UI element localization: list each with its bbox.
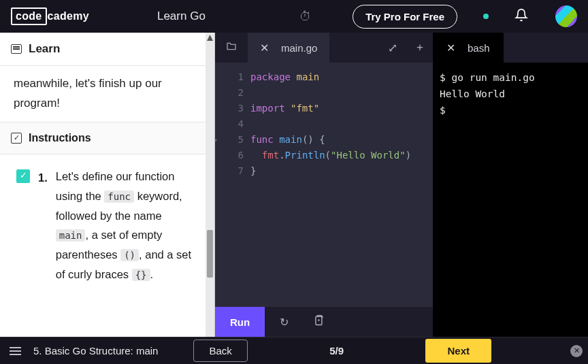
code-parens: () xyxy=(120,249,139,261)
logo-box: code xyxy=(11,7,47,25)
back-button[interactable]: Back xyxy=(193,340,247,362)
step-done-icon: ✓ xyxy=(16,169,30,183)
course-title: Learn Go xyxy=(157,10,206,23)
line-gutter: 1 2 3 4 5 6 7 xyxy=(215,69,250,307)
tab-filename: main.go xyxy=(281,42,317,54)
next-button[interactable]: Next xyxy=(425,339,491,363)
close-icon[interactable]: ✕ xyxy=(260,42,269,54)
run-button[interactable]: Run xyxy=(215,307,265,337)
check-icon: ✓ xyxy=(11,133,22,144)
add-tab-icon[interactable]: + xyxy=(407,41,433,54)
top-navbar: codecademy Learn Go ⏱ Try Pro For Free xyxy=(0,0,588,33)
terminal-panel: ✕ bash $ go run main.go Hello World $ xyxy=(433,33,588,337)
terminal-tab[interactable]: ✕ bash xyxy=(433,33,504,63)
main-area: Learn meanwhile, let's finish up our pro… xyxy=(0,33,588,337)
logo-text: cademy xyxy=(48,10,89,22)
code-braces: {} xyxy=(132,269,150,281)
run-bar: Run ↻ xyxy=(215,307,433,337)
scrollbar-thumb[interactable] xyxy=(207,230,213,278)
lesson-panel: Learn meanwhile, let's finish up our pro… xyxy=(0,33,215,337)
editor-area: ✕ main.go ⤢ + 1 2 3 4 5 6 7 package main… xyxy=(215,33,433,337)
instructions-header[interactable]: ✓ Instructions xyxy=(0,122,214,154)
lesson-text: meanwhile, let's finish up our program! xyxy=(0,66,214,122)
instruction-step: ✓ 1. Let's define our function using the… xyxy=(0,154,214,297)
code-main: main xyxy=(56,229,86,242)
instructions-label: Instructions xyxy=(29,132,91,144)
terminal-tabs: ✕ bash xyxy=(433,33,588,63)
code-editor[interactable]: 1 2 3 4 5 6 7 package main import "fmt" … xyxy=(215,63,433,307)
step-number: 1. xyxy=(38,168,48,284)
terminal-output[interactable]: $ go run main.go Hello World $ xyxy=(433,63,588,337)
progress-counter: 5/9 xyxy=(260,345,414,357)
bottom-navbar: 5. Basic Go Structure: main Back 5/9 Nex… xyxy=(0,337,588,364)
logo[interactable]: codecademy xyxy=(11,7,89,25)
try-pro-button[interactable]: Try Pro For Free xyxy=(353,5,457,29)
lesson-title: 5. Basic Go Structure: main xyxy=(33,345,158,357)
copy-icon[interactable] xyxy=(304,314,333,329)
code-lines: package main import "fmt" func main() { … xyxy=(250,69,433,307)
help-icon[interactable]: ✕ xyxy=(570,345,583,357)
status-dot xyxy=(483,14,489,19)
alarm-icon[interactable]: ⏱ xyxy=(299,10,312,24)
learn-label: Learn xyxy=(29,42,60,56)
editor-tab[interactable]: ✕ main.go xyxy=(248,33,329,63)
terminal-tab-name: bash xyxy=(468,42,490,54)
bell-icon[interactable] xyxy=(514,8,528,25)
menu-icon[interactable] xyxy=(10,347,21,355)
folder-icon[interactable] xyxy=(215,42,248,54)
close-icon[interactable]: ✕ xyxy=(446,42,455,54)
learn-header[interactable]: Learn xyxy=(0,33,214,66)
avatar[interactable] xyxy=(555,5,577,27)
editor-tabs: ✕ main.go ⤢ + xyxy=(215,33,433,63)
step-text: Let's define our function using the func… xyxy=(56,167,194,284)
refresh-icon[interactable]: ↻ xyxy=(270,316,298,329)
book-icon xyxy=(11,44,22,54)
expand-icon[interactable]: ⤢ xyxy=(378,41,407,55)
code-func: func xyxy=(104,191,134,203)
